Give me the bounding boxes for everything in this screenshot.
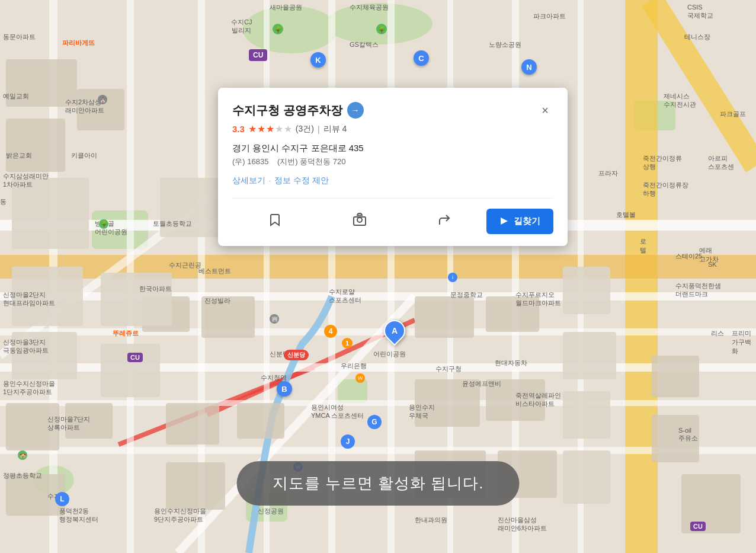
edit-link[interactable]: 정보 수정 제안 [274,175,329,186]
svg-point-60 [357,218,362,222]
label-ymca: 용인시여성YMCA 스포츠센터 [311,403,364,420]
address-main: 경기 용인시 수지구 포은대로 435 [232,143,553,154]
nav-arrow-icon [499,216,509,226]
action-bar: 길찾기 [232,198,553,234]
title-link-button[interactable]: → [347,102,364,119]
label-jinsung: 진성빌라 [204,296,230,305]
star-1: ★ [248,123,257,135]
label-children-park: 어린이공원 [373,350,406,359]
camera-icon [353,213,367,229]
label-keyclai: 키클아이 [71,151,97,160]
marker-a-label: A [392,326,398,335]
share-button[interactable] [402,208,486,234]
label-stay25: 스테이25 [675,252,702,261]
label-suji-royal: 수지로얄스포츠센터 [329,287,361,305]
label-towal: 토월초등학교 [153,219,192,228]
title-group: 수지구청 공영주차장 → [232,102,364,119]
place-title: 수지구청 공영주차장 [232,103,342,119]
review-count: (3건) [296,124,314,135]
label-gs-caltex1: GS칼텍스 [350,40,379,49]
label-suji-cj: 수지CJ빌리지 [231,18,252,35]
links-row: 상세보기 · 정보 수정 제안 [232,175,553,186]
label-woori-bank: 우리은행 [341,362,367,370]
detail-link[interactable]: 상세보기 [232,175,265,186]
icon-info1: i [448,273,457,282]
svg-rect-55 [160,178,225,237]
marker-b: B [277,381,292,397]
address-sub: (우) 16835 (지번) 풍덕천동 720 [232,156,553,167]
marker-n: N [521,59,537,75]
label-jukjeon-sale: 죽전역살레파인비스타아파트 [515,391,561,408]
review-label: 리뷰 4 [323,124,347,135]
svg-rect-53 [101,344,160,397]
shinbundang-badge: 신분당 [284,350,309,360]
marker-g: G [367,415,382,429]
marker-a-container: A [384,320,405,341]
label-suji-purgio: 수지푸르지오월드마크아파트 [515,290,561,308]
svg-rect-5 [338,379,367,403]
label-hannaek: 한내과의원 [415,516,447,525]
label-shinjeong2: 신정마을2단지현대프라임아파트 [3,290,55,308]
info-card-header: 수지구청 공영주차장 → × [232,102,553,119]
label-suji-samsung1: 수지삼성래미안1차아파트 [3,172,49,189]
badge-cu1: CU [249,49,267,61]
map-overlay-message[interactable]: 지도를 누르면 활성화 됩니다. [237,461,520,506]
label-soilgas: S-oil주유소 [678,427,698,443]
label-hyundai-auto: 현대자동차 [495,359,527,367]
marker-4: 4 [324,325,337,338]
nav-button-label: 길찾기 [514,216,540,227]
star-4: ★ [275,123,283,135]
svg-rect-47 [166,403,219,445]
label-suji-hotspring: 수지풍덕천한샘더랜드마크 [675,282,721,299]
label-plaza: 프라자 [598,169,618,178]
label-shinjeong7: 신정마을7단지상록아파트 [47,415,90,432]
label-dongmun-apt: 동문아파트 [3,33,36,41]
svg-rect-57 [563,332,616,379]
icon-church1: ⛪ [98,95,107,104]
address-postal: (우) 16835 [232,157,268,166]
label-saemaeul: 새마을공원 [270,3,302,12]
address-section: 경기 용인시 수지구 포은대로 435 (우) 16835 (지번) 풍덕천동 … [232,143,553,167]
bookmark-icon [268,213,282,229]
label-suji-gu: 수지구청 [435,365,462,373]
label-yongin9apt: 용인수지신정마을9단지주공아파트 [154,507,206,524]
svg-rect-48 [166,462,225,510]
label-yoonsung: 윤성에프앤비 [462,379,501,388]
icon-park1: 🌳 [273,24,283,34]
svg-rect-59 [563,450,610,504]
label-hotel-bol: 호텔볼 [616,210,636,219]
label-csis: CSIS국제학교 [687,3,713,20]
navigation-button[interactable]: 길찾기 [486,209,553,234]
label-yeil: 예일교회 [3,92,29,101]
marker-c: C [414,50,429,66]
label-suji-sports: 수지체육공원 [350,3,389,12]
star-2: ★ [257,123,265,135]
label-jeongpyeong: 정평초등학교 [3,471,42,480]
label-archfield: 아르피스포츠센 [708,154,734,171]
label-pungdeok2: 풍덕천2동행정복지센터 [59,507,98,524]
camera-button[interactable] [317,208,402,234]
label-jukjeon1: 죽전간이정류상행 [643,154,682,171]
save-button[interactable] [232,208,317,234]
label-primy: 프리미가구백화 [732,329,756,356]
label-parkgolf: 파크골프 [720,110,746,119]
icon-park2: 🌳 [376,24,387,34]
svg-rect-52 [101,273,172,326]
label-genesis: 제네시스수지전시관 [664,92,696,109]
address-jibun: (지번) 풍덕천동 720 [277,157,346,166]
label-yongin-post: 용인수지우체국 [409,403,435,420]
label-noryangso: 노량소공원 [489,40,521,49]
marker-k: K [310,52,326,68]
icon-building1: 🏢 [270,314,279,324]
label-shinjeong3: 신정마을3단지극동임광아파트 [3,338,49,355]
share-icon [437,213,451,229]
marker-j: J [341,434,355,449]
label-bestemont: 베스트먼트 [198,267,231,276]
close-button[interactable]: × [537,102,553,119]
label-munjung: 문정중학교 [450,290,483,299]
svg-rect-56 [563,267,610,314]
label-shinjeong-park: 신정공원 [258,507,284,516]
label-suji-geunrin: 수지근린공 [169,261,201,270]
rating-row: 3.3 ★ ★ ★ ★ ★ (3건) | 리뷰 4 [232,123,553,135]
badge-cu3: CU [690,522,706,531]
